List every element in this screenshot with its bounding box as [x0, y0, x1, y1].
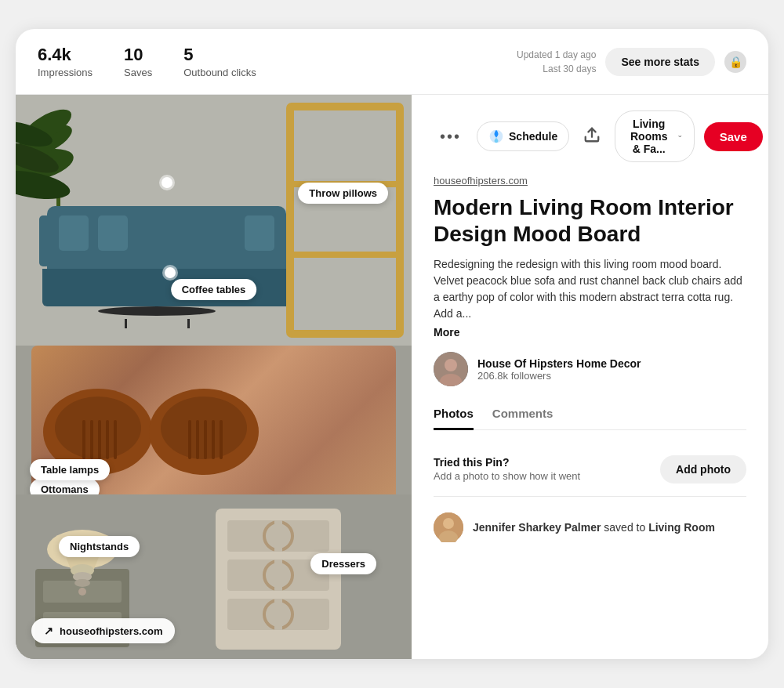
image-top-section: Throw pillows Coffee tables: [16, 95, 412, 346]
stats-bar: 6.4k Impressions 10 Saves 5 Outbound cli…: [16, 29, 768, 95]
saved-text: Jennifer Sharkey Palmer saved to Living …: [473, 521, 715, 534]
svg-point-48: [445, 359, 457, 371]
svg-rect-38: [274, 520, 282, 552]
see-more-stats-button[interactable]: See more stats: [605, 48, 715, 76]
saves-stat: 10 Saves: [124, 45, 152, 78]
tag-dressers[interactable]: Dressers: [310, 553, 376, 574]
source-link[interactable]: houseofhipsters.com: [434, 175, 746, 186]
tab-comments[interactable]: Comments: [492, 399, 554, 430]
svg-rect-23: [212, 420, 215, 459]
tag-table-lamps[interactable]: Table lamps: [30, 459, 110, 480]
svg-rect-10: [290, 252, 400, 258]
impressions-value: 6.4k: [38, 45, 93, 65]
svg-rect-44: [274, 599, 282, 630]
svg-point-51: [443, 518, 454, 529]
impressions-stat: 6.4k Impressions: [38, 45, 93, 78]
clicks-label: Outbound clicks: [183, 67, 256, 78]
more-link[interactable]: More: [434, 326, 459, 339]
schedule-button[interactable]: Schedule: [477, 121, 569, 151]
arrow-icon: ↗: [44, 625, 53, 637]
pin-title: Modern Living Room Interior Design Mood …: [434, 194, 746, 247]
svg-rect-41: [274, 559, 282, 591]
lock-icon: 🔒: [724, 51, 746, 73]
svg-rect-16: [106, 420, 109, 459]
add-photo-subtitle: Add a photo to show how it went: [434, 470, 580, 482]
svg-point-34: [74, 579, 90, 587]
svg-rect-24: [220, 420, 223, 459]
tried-text: Tried this Pin?: [434, 456, 580, 469]
author-avatar[interactable]: [434, 352, 468, 386]
author-section: House Of Hipsters Home Decor 206.8k foll…: [434, 352, 746, 386]
toolbar: ••• Schedule: [434, 110, 746, 162]
board-dropdown[interactable]: Living Rooms & Fa...: [615, 110, 694, 162]
upload-button[interactable]: [579, 121, 605, 152]
author-name[interactable]: House Of Hipsters Home Decor: [477, 357, 641, 370]
tag-nightstands[interactable]: Nightstands: [59, 536, 140, 557]
clicks-value: 5: [183, 45, 256, 65]
pin-image-area: 🏷️: [16, 95, 412, 659]
tab-photos[interactable]: Photos: [434, 399, 474, 430]
dresser-item: [161, 506, 396, 647]
shelf: [286, 103, 404, 338]
saver-avatar: [434, 512, 463, 542]
chevron-down-icon: [677, 130, 683, 143]
content-tabs: Photos Comments: [434, 399, 746, 430]
right-panel: ••• Schedule: [412, 95, 768, 659]
svg-rect-20: [188, 420, 191, 459]
add-photo-section: Tried this Pin? Add a photo to show how …: [434, 443, 746, 497]
svg-rect-8: [290, 107, 400, 334]
coffee-table: [94, 306, 220, 326]
author-info: House Of Hipsters Home Decor 206.8k foll…: [477, 357, 641, 382]
upload-icon: [583, 126, 601, 143]
main-content: 🏷️: [16, 95, 768, 659]
saves-value: 10: [124, 45, 152, 65]
svg-rect-17: [114, 420, 117, 459]
svg-rect-21: [196, 420, 199, 459]
saved-board[interactable]: Living Room: [648, 521, 715, 534]
dot-coffee-tables: [165, 267, 176, 278]
tag-throw-pillows[interactable]: Throw pillows: [298, 183, 388, 204]
image-bottom-section: Ottomans: [16, 346, 412, 659]
add-photo-button[interactable]: Add photo: [660, 455, 746, 483]
clicks-stat: 5 Outbound clicks: [183, 45, 256, 78]
main-container: 6.4k Impressions 10 Saves 5 Outbound cli…: [16, 29, 768, 659]
svg-rect-14: [90, 420, 93, 459]
saves-label: Saves: [124, 67, 152, 78]
impressions-label: Impressions: [38, 67, 93, 78]
svg-point-28: [78, 588, 86, 596]
svg-rect-15: [98, 420, 101, 459]
saver-name[interactable]: Jennifer Sharkey Palmer: [473, 521, 601, 534]
svg-rect-13: [82, 420, 85, 459]
save-button[interactable]: Save: [704, 122, 763, 151]
svg-rect-22: [204, 420, 207, 459]
dot-throw-pillows: [162, 177, 172, 188]
pin-description: Redesigning the redesign with this livin…: [434, 256, 746, 322]
saved-by-section: Jennifer Sharkey Palmer saved to Living …: [434, 497, 746, 558]
stats-right: Updated 1 day ago Last 30 days See more …: [517, 48, 746, 76]
website-tag[interactable]: ↗ houseofhipsters.com: [31, 618, 175, 643]
more-options-button[interactable]: •••: [434, 125, 467, 149]
tag-coffee-tables[interactable]: Coffee tables: [171, 279, 257, 300]
schedule-icon: [488, 129, 504, 144]
updated-text: Updated 1 day ago Last 30 days: [517, 48, 596, 76]
add-photo-text: Tried this Pin? Add a photo to show how …: [434, 456, 580, 482]
author-followers: 206.8k followers: [477, 370, 641, 382]
